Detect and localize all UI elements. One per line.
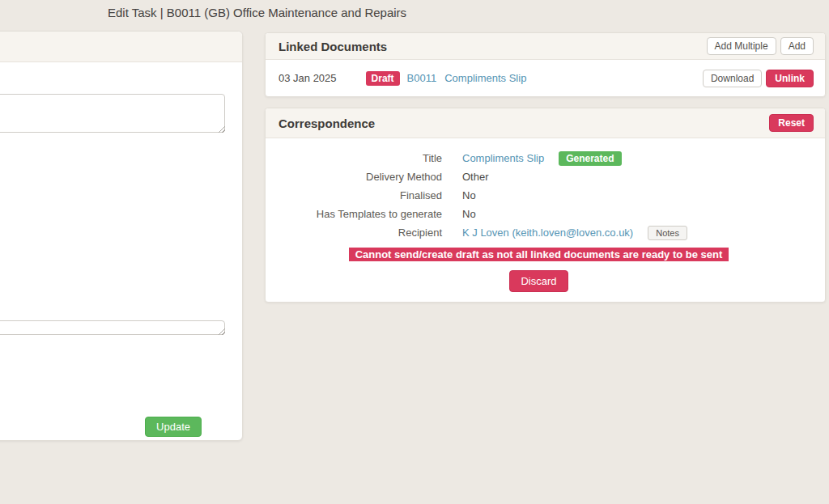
correspondence-title: Correspondence [278, 116, 375, 130]
recipient-link[interactable]: K J Loven (keith.loven@loven.co.uk) [462, 227, 633, 239]
field-label: Has Templates to generate [266, 208, 442, 220]
field-value: No [462, 189, 476, 201]
add-button[interactable]: Add [780, 37, 814, 55]
field-row-title: Title Compliments Slip Generated [266, 149, 812, 167]
download-button[interactable]: Download [703, 70, 762, 87]
right-column: Linked Documents Add Multiple Add 03 Jan… [265, 32, 826, 303]
field-label: Delivery Method [266, 171, 442, 183]
field-label: Finalised [266, 189, 442, 201]
correspondence-panel: Correspondence Reset Title Compliments S… [265, 108, 826, 303]
linked-documents-panel: Linked Documents Add Multiple Add 03 Jan… [265, 32, 826, 97]
task-textarea-top[interactable] [0, 94, 225, 133]
document-date: 03 Jan 2025 [278, 72, 337, 84]
edit-task-card-header [0, 32, 242, 62]
linked-documents-header: Linked Documents Add Multiple Add [266, 33, 825, 60]
generated-badge: Generated [559, 151, 621, 166]
notes-button[interactable]: Notes [648, 226, 687, 240]
reset-button[interactable]: Reset [769, 114, 814, 132]
field-row-recipient: Recipient K J Loven (keith.loven@loven.c… [266, 223, 812, 242]
document-code-link[interactable]: B0011 [407, 72, 437, 84]
edit-task-card: Update [0, 31, 243, 441]
field-row-delivery-method: Delivery Method Other [266, 167, 812, 186]
field-row-has-templates: Has Templates to generate No [266, 205, 812, 223]
field-label: Recipient [266, 227, 442, 239]
correspondence-title-link[interactable]: Compliments Slip [462, 152, 544, 164]
linked-document-row: 03 Jan 2025 Draft B0011 Compliments Slip… [266, 60, 825, 96]
correspondence-body: Title Compliments Slip Generated Deliver… [266, 138, 825, 302]
update-button[interactable]: Update [145, 417, 202, 437]
field-row-finalised: Finalised No [266, 186, 812, 205]
correspondence-header: Correspondence Reset [266, 108, 825, 138]
draft-status-badge: Draft [366, 71, 400, 86]
document-name-link[interactable]: Compliments Slip [444, 72, 526, 84]
field-label: Title [266, 152, 442, 164]
task-textarea-bottom[interactable] [0, 320, 225, 335]
add-multiple-button[interactable]: Add Multiple [707, 37, 776, 55]
field-value: Other [462, 171, 489, 183]
page-title: Edit Task | B0011 (GB) Office Maintenanc… [108, 6, 406, 19]
linked-documents-title: Linked Documents [278, 40, 387, 53]
discard-button[interactable]: Discard [509, 270, 568, 292]
warning-banner: Cannot send/create draft as not all link… [349, 248, 729, 261]
field-value: No [462, 208, 476, 220]
unlink-button[interactable]: Unlink [766, 70, 814, 87]
